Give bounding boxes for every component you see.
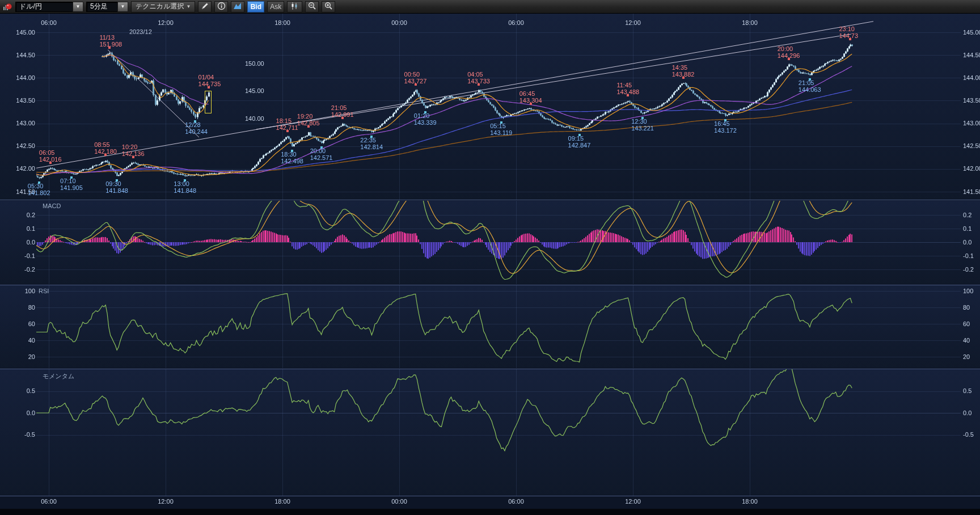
timeframe-select-value: 5分足 xyxy=(86,2,117,12)
technical-select-button[interactable]: テクニカル選択 ▼ xyxy=(131,1,195,12)
toolbar: ドル/円 ▼ 5分足 ▼ テクニカル選択 ▼ Bid Ask xyxy=(0,0,980,14)
draw-tool-button[interactable] xyxy=(198,1,212,12)
zoom-in-icon xyxy=(324,2,333,12)
timeframe-dropdown-arrow[interactable]: ▼ xyxy=(117,2,128,12)
chart-canvas[interactable] xyxy=(0,0,980,515)
pair-select-value: ドル/円 xyxy=(15,2,73,12)
pair-select[interactable]: ドル/円 ▼ xyxy=(15,2,83,12)
zoom-in-button[interactable] xyxy=(322,1,335,12)
ask-button[interactable]: Ask xyxy=(267,1,284,12)
candle-tool-icon xyxy=(290,2,299,12)
fx-chart-window: 06:0012:0018:0000:0006:0012:0018:0006:00… xyxy=(0,0,980,515)
app-chart-icon xyxy=(2,2,12,12)
timeframe-select[interactable]: 5分足 ▼ xyxy=(86,2,128,12)
candle-tool-button[interactable] xyxy=(287,1,302,12)
zoom-out-button[interactable] xyxy=(305,1,319,12)
info-icon xyxy=(217,2,226,12)
area-chart-button[interactable] xyxy=(231,1,244,12)
technical-select-label: テクニカル選択 xyxy=(136,2,184,11)
bid-button[interactable]: Bid xyxy=(247,1,264,12)
info-button[interactable] xyxy=(214,1,228,12)
pair-dropdown-arrow[interactable]: ▼ xyxy=(73,2,83,12)
technical-dropdown-arrow: ▼ xyxy=(186,4,191,9)
area-chart-icon xyxy=(233,2,242,12)
zoom-out-icon xyxy=(308,2,316,12)
pencil-icon xyxy=(201,2,209,12)
